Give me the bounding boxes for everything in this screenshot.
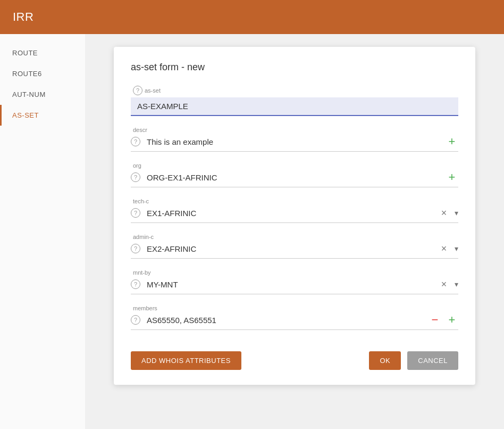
field-label-org: org — [131, 162, 458, 169]
sidebar: ROUTE ROUTE6 AUT-NUM AS-SET — [0, 34, 85, 429]
mnt-by-actions: × ▾ — [438, 278, 458, 291]
members-remove-button[interactable]: − — [429, 314, 441, 326]
ok-button[interactable]: OK — [369, 351, 401, 370]
field-row-members: ? AS65550, AS65551 − + — [131, 314, 458, 330]
field-row-descr: ? This is an example + — [131, 135, 458, 152]
help-icon-org[interactable]: ? — [131, 172, 140, 182]
app-header: IRR — [0, 0, 504, 34]
cancel-button[interactable]: CANCEL — [407, 351, 458, 370]
tech-c-actions: × ▾ — [438, 207, 458, 219]
as-set-input[interactable] — [135, 101, 454, 112]
field-tech-c: tech-c ? EX1-AFRINIC × ▾ — [131, 198, 458, 223]
app-title: IRR — [13, 10, 33, 24]
tech-c-value: EX1-AFRINIC — [145, 208, 438, 219]
mnt-by-chevron-icon[interactable]: ▾ — [455, 280, 458, 288]
field-members: members ? AS65550, AS65551 − + — [131, 305, 458, 330]
sidebar-item-aut-num[interactable]: AUT-NUM — [0, 84, 85, 105]
descr-value: This is an example — [145, 136, 446, 147]
field-label-descr: descr — [131, 127, 458, 133]
dialog: as-set form - new ? as-set descr ? This — [114, 47, 475, 385]
sidebar-item-as-set[interactable]: AS-SET — [0, 105, 85, 126]
help-icon-descr[interactable]: ? — [131, 137, 140, 146]
field-label-members: members — [131, 305, 458, 311]
sidebar-item-route[interactable]: ROUTE — [0, 43, 85, 63]
mnt-by-value: MY-MNT — [145, 279, 438, 290]
field-as-set: ? as-set — [131, 86, 458, 116]
field-row-admin-c: ? EX2-AFRINIC × ▾ — [131, 242, 458, 259]
mnt-by-close-button[interactable]: × — [438, 278, 450, 291]
help-icon-mnt-by[interactable]: ? — [131, 279, 140, 289]
admin-c-value: EX2-AFRINIC — [145, 243, 438, 254]
field-label-mnt-by: mnt-by — [131, 269, 458, 276]
sidebar-item-route6[interactable]: ROUTE6 — [0, 63, 85, 84]
main-layout: ROUTE ROUTE6 AUT-NUM AS-SET as-set form … — [0, 34, 504, 429]
field-descr: descr ? This is an example + — [131, 127, 458, 152]
field-admin-c: admin-c ? EX2-AFRINIC × ▾ — [131, 234, 458, 259]
field-label-admin-c: admin-c — [131, 234, 458, 240]
admin-c-actions: × ▾ — [438, 242, 458, 255]
members-actions: − + — [429, 314, 458, 326]
admin-c-chevron-icon[interactable]: ▾ — [455, 244, 458, 253]
field-label-tech-c: tech-c — [131, 198, 458, 204]
descr-actions: + — [446, 135, 458, 148]
org-actions: + — [446, 171, 458, 184]
tech-c-close-button[interactable]: × — [438, 207, 450, 219]
members-add-button[interactable]: + — [446, 314, 458, 326]
org-value: ORG-EX1-AFRINIC — [145, 172, 446, 183]
tech-c-chevron-icon[interactable]: ▾ — [455, 209, 458, 217]
help-icon-tech-c[interactable]: ? — [131, 208, 140, 218]
field-row-org: ? ORG-EX1-AFRINIC + — [131, 171, 458, 187]
content-area: as-set form - new ? as-set descr ? This — [85, 34, 504, 429]
field-row-as-set — [131, 97, 458, 116]
descr-add-button[interactable]: + — [446, 135, 458, 148]
dialog-footer: ADD WHOIS ATTRIBUTES OK CANCEL — [131, 347, 458, 370]
help-icon-as-set[interactable]: ? — [133, 86, 142, 95]
field-row-tech-c: ? EX1-AFRINIC × ▾ — [131, 207, 458, 223]
admin-c-close-button[interactable]: × — [438, 242, 450, 255]
help-icon-members[interactable]: ? — [131, 315, 140, 325]
help-icon-admin-c[interactable]: ? — [131, 244, 140, 253]
field-org: org ? ORG-EX1-AFRINIC + — [131, 162, 458, 187]
add-whois-button[interactable]: ADD WHOIS ATTRIBUTES — [131, 351, 241, 370]
dialog-title: as-set form - new — [131, 62, 458, 73]
org-add-button[interactable]: + — [446, 171, 458, 184]
members-value: AS65550, AS65551 — [145, 315, 429, 326]
field-mnt-by: mnt-by ? MY-MNT × ▾ — [131, 269, 458, 294]
field-label-as-set: ? as-set — [131, 86, 458, 95]
footer-right-buttons: OK CANCEL — [369, 351, 458, 370]
field-row-mnt-by: ? MY-MNT × ▾ — [131, 278, 458, 294]
